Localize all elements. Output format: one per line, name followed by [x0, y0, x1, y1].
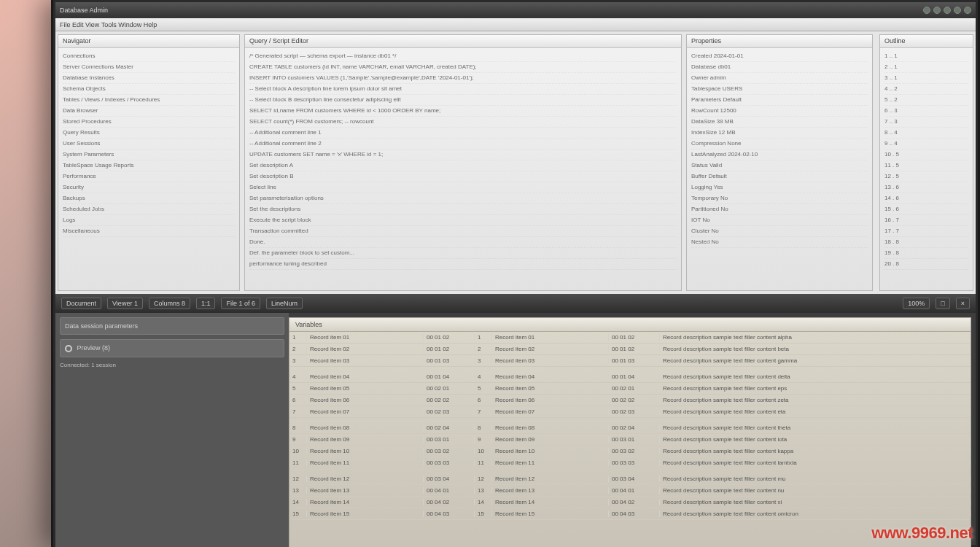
editor-line[interactable]: -- Additional comment line 2 [249, 139, 677, 150]
property-row: Owner admin [691, 73, 868, 84]
table-row[interactable]: 4Record item 0400 01 044Record item 0400… [289, 371, 971, 383]
table-row[interactable]: 5Record item 0500 02 015Record item 0500… [289, 383, 971, 395]
toolbar-button[interactable]: 1:1 [196, 298, 216, 309]
nav-item[interactable]: System Parameters [63, 150, 235, 160]
editor-line[interactable]: Set description B [249, 171, 677, 182]
nav-item[interactable]: Database Instances [63, 73, 235, 84]
nav-item[interactable]: Miscellaneous [63, 226, 235, 237]
outline-line[interactable]: 20 . 8 [884, 259, 968, 270]
window-dot-icon[interactable] [954, 7, 961, 14]
outline-line[interactable]: 6 .. 3 [884, 106, 968, 117]
toolbar-button[interactable]: Document [61, 298, 101, 309]
outline-line[interactable]: 10 . 5 [884, 150, 968, 160]
editor-line[interactable]: Execute the script block [249, 215, 677, 226]
outline-line[interactable]: 9 .. 4 [884, 139, 968, 150]
cell-desc: Record description sample text filler co… [660, 424, 971, 431]
toolbar-button[interactable]: × [956, 298, 970, 309]
cell-value: 00 04 02 [424, 499, 475, 505]
window-dot-icon[interactable] [923, 7, 930, 14]
table-row[interactable]: 13Record item 1300 04 0113Record item 13… [289, 485, 971, 497]
outline-line[interactable]: 1 .. 1 [884, 51, 968, 62]
nav-item[interactable]: Logs [63, 215, 235, 226]
toolbar-button[interactable]: File 1 of 6 [221, 298, 260, 309]
outline-line[interactable]: 11 . 5 [884, 160, 968, 171]
outline-line[interactable]: 5 .. 2 [884, 95, 968, 106]
editor-line[interactable]: -- Select block B description line conse… [249, 95, 677, 106]
property-row: Database db01 [691, 62, 868, 73]
table-row[interactable]: 15Record item 1500 04 0315Record item 15… [289, 508, 971, 520]
editor-line[interactable]: Set description A [249, 160, 677, 171]
toolbar-button[interactable]: 100% [903, 298, 930, 309]
cell-index: 13 [289, 487, 307, 494]
editor-line[interactable]: -- Select block A description line lorem… [249, 84, 677, 95]
nav-item[interactable]: Stored Procedures [63, 117, 235, 128]
editor-line[interactable]: Def. the parameter block to set custom..… [249, 248, 677, 259]
nav-item[interactable]: Backups [63, 193, 235, 204]
nav-item[interactable]: Server Connections Master [63, 62, 235, 73]
toolbar-button[interactable]: Viewer 1 [107, 298, 143, 309]
outline-line[interactable]: 18 . 8 [884, 237, 968, 248]
outline-line[interactable]: 8 .. 4 [884, 128, 968, 139]
table-row[interactable]: 14Record item 1400 04 0214Record item 14… [289, 497, 971, 508]
outline-line[interactable]: 12 . 5 [884, 171, 968, 182]
table-row[interactable]: 2Record item 0200 01 022Record item 0200… [289, 344, 971, 355]
table-row[interactable]: 7Record item 0700 02 037Record item 0700… [289, 406, 971, 418]
outline-line[interactable]: 16 . 7 [884, 215, 968, 226]
outline-line[interactable]: 17 . 7 [884, 226, 968, 237]
outline-line[interactable]: 15 . 6 [884, 204, 968, 215]
nav-item[interactable]: Scheduled Jobs [63, 204, 235, 215]
toolbar-button[interactable]: Columns 8 [149, 298, 190, 309]
cell-desc: Record description sample text filler co… [660, 487, 971, 494]
editor-line[interactable]: -- Additional comment line 1 [249, 128, 677, 139]
editor-line[interactable]: performance tuning described [249, 259, 677, 270]
editor-line[interactable]: SELECT count(*) FROM customers; -- rowco… [249, 117, 677, 128]
outline-line[interactable]: 19 . 8 [884, 248, 968, 259]
toolbar-button[interactable]: □ [936, 298, 949, 309]
window-dot-icon[interactable] [964, 7, 971, 14]
outline-line[interactable]: 7 .. 3 [884, 117, 968, 128]
nav-item[interactable]: Schema Objects [63, 84, 235, 95]
nav-item[interactable]: Data Browser [63, 106, 235, 117]
table-row[interactable]: 1Record item 0100 01 021Record item 0100… [289, 332, 971, 344]
editor-line[interactable]: Set parameterisation options [249, 193, 677, 204]
table-row[interactable]: 3Record item 0300 01 033Record item 0300… [289, 355, 971, 367]
nav-item[interactable]: Connections [63, 51, 235, 62]
window-dot-icon[interactable] [933, 7, 941, 14]
navigator-title: Navigator [58, 35, 239, 48]
table-row[interactable]: 10Record item 1000 03 0210Record item 10… [289, 446, 971, 457]
outline-line[interactable]: 2 .. 1 [884, 62, 968, 73]
nav-item[interactable]: Tables / Views / Indexes / Procedures [63, 95, 235, 106]
nav-item[interactable]: User Sessions [63, 139, 235, 150]
editor-line[interactable]: CREATE TABLE customers (id INT, name VAR… [249, 62, 677, 73]
editor-line[interactable]: UPDATE customers SET name = 'x' WHERE id… [249, 150, 677, 160]
radio-icon[interactable] [65, 345, 72, 352]
editor-line[interactable]: INSERT INTO customers VALUES (1,'Sample'… [249, 73, 677, 84]
menubar[interactable]: File Edit View Tools Window Help [55, 18, 976, 31]
table-row[interactable]: 8Record item 0800 02 048Record item 0800… [289, 422, 971, 434]
cell-index: 11 [289, 459, 307, 466]
cell-name: Record item 03 [307, 357, 424, 364]
editor-line[interactable]: Done. [249, 237, 677, 248]
cell-index: 2 [475, 346, 492, 352]
nav-item[interactable]: TableSpace Usage Reports [63, 160, 235, 171]
outline-line[interactable]: 4 .. 2 [884, 84, 968, 95]
editor-line[interactable]: Set the descriptions [249, 204, 677, 215]
table-row[interactable]: 9Record item 0900 03 019Record item 0900… [289, 434, 971, 446]
nav-item[interactable]: Security [63, 182, 235, 193]
toolbar-button[interactable]: LineNum [266, 298, 303, 309]
editor-line[interactable]: Transaction committed [249, 226, 677, 237]
editor-line[interactable]: SELECT id,name FROM customers WHERE id <… [249, 106, 677, 117]
editor-line[interactable]: Select line [249, 182, 677, 193]
nav-item[interactable]: Performance [63, 171, 235, 182]
preview-toggle[interactable]: Preview (8) [60, 339, 284, 357]
menubar-labels[interactable]: File Edit View Tools Window Help [60, 21, 157, 28]
outline-line[interactable]: 14 . 6 [884, 193, 968, 204]
table-row[interactable]: 12Record item 1200 03 0412Record item 12… [289, 473, 971, 485]
window-dot-icon[interactable] [944, 7, 951, 14]
nav-item[interactable]: Query Results [63, 128, 235, 139]
table-row[interactable]: 11Record item 1100 03 0311Record item 11… [289, 457, 971, 469]
outline-line[interactable]: 3 .. 1 [884, 73, 968, 84]
table-row[interactable]: 6Record item 0600 02 026Record item 0600… [289, 395, 971, 406]
editor-line[interactable]: /* Generated script — schema export — in… [249, 51, 677, 62]
outline-line[interactable]: 13 . 6 [884, 182, 968, 193]
